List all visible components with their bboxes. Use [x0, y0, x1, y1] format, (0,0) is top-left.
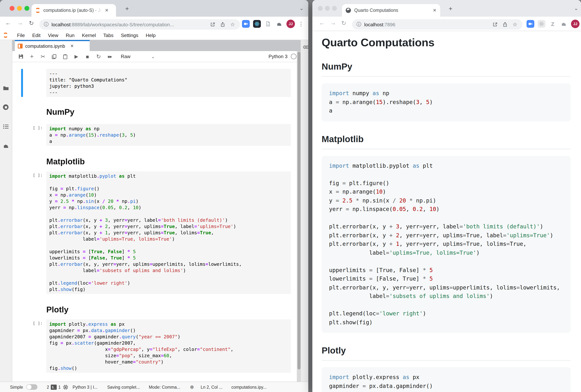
- back-button[interactable]: ←: [5, 20, 11, 26]
- code-line: a: [329, 107, 563, 115]
- tab-search-chevron-icon[interactable]: ⌄: [574, 5, 578, 11]
- code-cell-plotly[interactable]: [ ]: import plotly.express as pxgapminde…: [12, 319, 297, 373]
- share-icon[interactable]: [503, 22, 508, 27]
- back-button[interactable]: ←: [319, 20, 325, 26]
- address-bar[interactable]: ⓘ localhost:8889/lab/workspaces/auto-S/t…: [39, 19, 240, 30]
- close-window-button[interactable]: [10, 6, 14, 11]
- matplotlib-cell-editor[interactable]: import matplotlib.pyplot as plt fig = pl…: [46, 171, 291, 294]
- cursor-position[interactable]: Ln 2, Col ...: [201, 385, 222, 389]
- markdown-heading-matplotlib[interactable]: Matplotlib: [46, 156, 297, 167]
- kernel-count[interactable]: 1: [58, 385, 61, 389]
- terminal-count[interactable]: 2: [47, 385, 49, 389]
- browser-tab-quarto[interactable]: Quarto Computations ✕: [342, 4, 440, 17]
- menu-run[interactable]: Run: [62, 32, 78, 38]
- code-line: fig = plt.figure(): [49, 186, 288, 192]
- new-tab-button[interactable]: +: [449, 5, 452, 12]
- quarto-page[interactable]: Quarto Computations NumPy import numpy a…: [312, 31, 581, 392]
- code-line: fig.show(): [49, 365, 288, 371]
- code-line: plt.show(fig): [49, 286, 288, 292]
- add-cell-button[interactable]: +: [28, 52, 36, 61]
- code-line: fig = px.scatter(gapminder2007,: [49, 340, 288, 346]
- profile-avatar[interactable]: JJ: [571, 20, 580, 28]
- zoom-extension-icon[interactable]: [526, 20, 534, 28]
- code-line: upperlimits = [True, False] * 5: [329, 266, 563, 275]
- extension-manager-icon[interactable]: [3, 143, 9, 149]
- notebook-file-icon: [18, 44, 22, 48]
- raw-cell-editor[interactable]: ---title: "Quarto Computations"jupyter: …: [46, 69, 291, 97]
- property-inspector-gear-icon[interactable]: ⚙⚙: [302, 44, 308, 50]
- copy-cells-button[interactable]: [50, 52, 58, 61]
- paste-cells-button[interactable]: [61, 52, 70, 61]
- menu-settings[interactable]: Settings: [117, 32, 142, 38]
- raw-cell[interactable]: ---title: "Quarto Computations"jupyter: …: [12, 69, 297, 97]
- open-in-new-icon[interactable]: [493, 22, 498, 27]
- notebook-tab[interactable]: computations.ipynb ✕: [15, 40, 90, 51]
- zoom-window-button[interactable]: [24, 6, 29, 11]
- plotly-cell-editor[interactable]: import plotly.express as pxgapminder = p…: [46, 319, 291, 373]
- menu-edit[interactable]: Edit: [28, 32, 44, 38]
- scrollbar-thumb[interactable]: [297, 52, 300, 370]
- numpy-cell-editor[interactable]: import numpy as npa = np.arange(15).resh…: [46, 124, 291, 146]
- notebook-scrollbar[interactable]: [297, 51, 301, 382]
- trust-shield-icon[interactable]: ⊗: [190, 384, 194, 390]
- close-tab-icon[interactable]: ✕: [105, 8, 108, 13]
- new-tab-button[interactable]: +: [125, 5, 129, 12]
- kernel-indicator[interactable]: Python 3: [268, 54, 301, 59]
- minimize-window-button[interactable]: [325, 6, 330, 11]
- kernel-status-text[interactable]: Python 3 | I...: [72, 385, 98, 389]
- menu-view[interactable]: View: [44, 32, 62, 38]
- open-in-new-icon[interactable]: [210, 22, 216, 27]
- zoom-window-button[interactable]: [332, 6, 337, 11]
- z-extension-icon[interactable]: Z: [549, 20, 556, 28]
- browser-tab-jupyter[interactable]: computations.ip (auto-S) - Jup ✕: [32, 4, 116, 17]
- restart-kernel-button[interactable]: ↻: [94, 52, 103, 61]
- menu-kernel[interactable]: Kernel: [78, 32, 100, 38]
- restart-run-all-button[interactable]: ▶▶: [105, 52, 114, 61]
- code-line: lowerlimits = [False, True] * 5: [49, 255, 288, 261]
- profile-avatar[interactable]: JJ: [286, 20, 295, 28]
- mode-indicator[interactable]: Mode: Comma...: [149, 385, 180, 389]
- file-browser-icon[interactable]: [3, 85, 9, 91]
- forward-button[interactable]: →: [330, 20, 336, 26]
- close-window-button[interactable]: [318, 6, 323, 11]
- zoom-extension-icon[interactable]: [242, 20, 250, 28]
- cell-type-dropdown[interactable]: Raw ⌄: [121, 54, 155, 59]
- document-extension-icon[interactable]: [264, 20, 272, 28]
- code-line: plt.errorbar(x, y + 1, yerr=yerr, uplims…: [329, 240, 563, 249]
- code-cell-numpy[interactable]: [ ]: import numpy as npa = np.arange(15)…: [12, 124, 297, 146]
- code-line: [329, 170, 563, 179]
- save-button[interactable]: [16, 52, 25, 61]
- menu-tabs[interactable]: Tabs: [100, 32, 117, 38]
- code-line: [49, 179, 288, 186]
- notebook-tab-close-icon[interactable]: ✕: [70, 44, 74, 48]
- extensions-puzzle-icon[interactable]: [275, 20, 283, 28]
- bookmark-star-icon[interactable]: ☆: [230, 21, 235, 27]
- notebook-scroll-area[interactable]: ---title: "Quarto Computations"jupyter: …: [12, 62, 297, 382]
- reload-button[interactable]: ↻: [29, 20, 34, 27]
- interrupt-kernel-button[interactable]: ■: [83, 52, 92, 61]
- react-devtools-extension-icon[interactable]: [253, 20, 261, 28]
- minimize-window-button[interactable]: [17, 6, 22, 11]
- site-info-icon[interactable]: ⓘ: [44, 21, 48, 28]
- share-icon[interactable]: [220, 22, 226, 27]
- reload-button[interactable]: ↻: [341, 20, 346, 27]
- menu-help[interactable]: Help: [142, 32, 159, 38]
- close-tab-icon[interactable]: ✕: [433, 8, 436, 13]
- table-of-contents-icon[interactable]: [3, 124, 9, 130]
- running-kernels-icon[interactable]: [3, 104, 8, 110]
- cut-cells-button[interactable]: ✂: [38, 52, 48, 61]
- bookmark-star-icon[interactable]: ☆: [513, 21, 517, 27]
- markdown-heading-plotly[interactable]: Plotly: [46, 304, 297, 315]
- address-bar[interactable]: ⓘ localhost:7896 ☆: [352, 19, 522, 30]
- react-devtools-extension-icon[interactable]: [538, 20, 546, 28]
- browser-menu-icon[interactable]: ⋮: [298, 20, 304, 27]
- tab-search-chevron-icon[interactable]: ⌄: [300, 5, 304, 11]
- simple-mode-toggle[interactable]: [26, 384, 38, 390]
- code-cell-matplotlib[interactable]: [ ]: import matplotlib.pyplot as plt fig…: [12, 171, 297, 294]
- extensions-puzzle-icon[interactable]: [560, 20, 568, 28]
- run-cell-button[interactable]: ▶: [72, 52, 81, 61]
- markdown-heading-numpy[interactable]: NumPy: [46, 107, 297, 118]
- forward-button[interactable]: →: [17, 20, 23, 26]
- menu-file[interactable]: File: [13, 32, 28, 38]
- site-info-icon[interactable]: ⓘ: [356, 21, 361, 28]
